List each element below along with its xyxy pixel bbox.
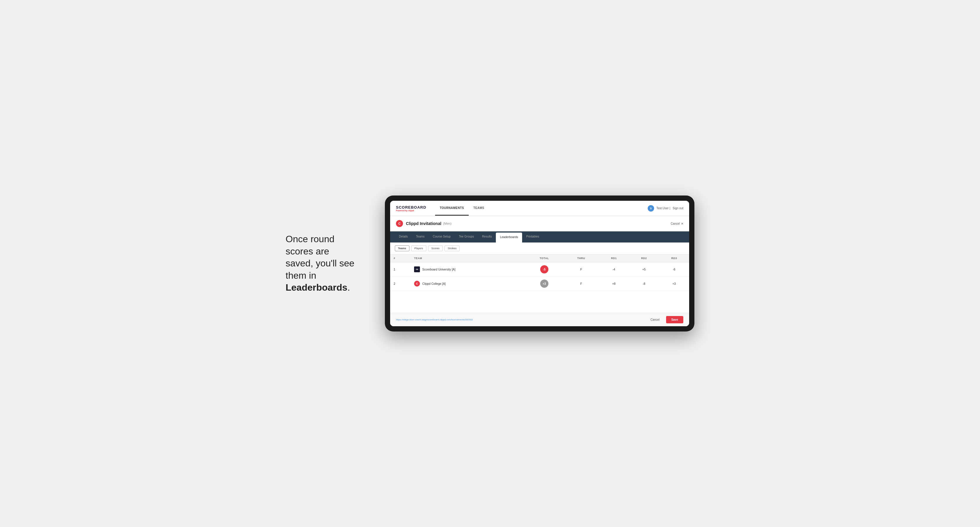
row2-rd1: +8 (599, 277, 629, 291)
nav-teams[interactable]: TEAMS (469, 201, 489, 216)
score-badge-2: +3 (540, 279, 549, 288)
tablet-screen: SCOREBOARD Powered by clippd TOURNAMENTS… (390, 201, 689, 326)
row1-thru: F (563, 262, 599, 277)
desc-line2: scores are (286, 246, 329, 257)
table-header-row: # TEAM TOTAL THRU RD1 RD2 RD3 (390, 254, 689, 262)
filter-bar: Teams Players Scores Strokes (390, 243, 689, 254)
row2-thru: F (563, 277, 599, 291)
cancel-header-button[interactable]: Cancel ✕ (671, 222, 683, 225)
page-container: Once round scores are saved, you'll see … (286, 195, 694, 332)
tab-results[interactable]: Results (478, 232, 496, 243)
team-name-1: Scoreboard University [A] (422, 268, 455, 271)
filter-scores[interactable]: Scores (428, 245, 443, 251)
col-total: TOTAL (525, 254, 563, 262)
nav-tournaments[interactable]: TOURNAMENTS (435, 201, 469, 216)
footer: https://stage-blue-coach.stagescoreboard… (390, 313, 689, 326)
tab-teams[interactable]: Teams (412, 232, 429, 243)
tournament-header: C Clippd Invitational (Men) Cancel ✕ (390, 216, 689, 232)
row1-rd2: +5 (629, 262, 659, 277)
team-logo-c: C (414, 281, 420, 287)
save-button[interactable]: Save (666, 316, 683, 323)
tab-printables[interactable]: Printables (522, 232, 543, 243)
col-rank: # (390, 254, 410, 262)
logo-area: SCOREBOARD Powered by clippd (396, 205, 426, 211)
team-cell-2: C Clippd College [A] (414, 281, 522, 287)
content-area: # TEAM TOTAL THRU RD1 RD2 RD3 1 (390, 254, 689, 313)
filter-teams[interactable]: Teams (395, 245, 409, 251)
tab-course-setup[interactable]: Course Setup (429, 232, 455, 243)
tournament-icon: C (396, 220, 403, 227)
tab-tee-groups[interactable]: Tee Groups (455, 232, 478, 243)
left-description: Once round scores are saved, you'll see … (286, 233, 368, 294)
desc-line1: Once round (286, 234, 334, 244)
col-team: TEAM (410, 254, 525, 262)
user-avatar: S (648, 205, 654, 211)
logo-text: SCOREBOARD (396, 205, 426, 210)
desc-line3: saved, you'll see (286, 258, 355, 268)
powered-by: Powered by clippd (396, 210, 426, 211)
filter-players[interactable]: Players (411, 245, 426, 251)
row1-team: SB Scoreboard University [A] (410, 262, 525, 277)
sign-out-link[interactable]: Sign out (673, 206, 683, 210)
row2-rank: 2 (390, 277, 410, 291)
cancel-button[interactable]: Cancel (647, 316, 663, 323)
row2-total: +3 (525, 277, 563, 291)
tournament-name: Clippd Invitational (406, 221, 441, 226)
close-icon: ✕ (681, 222, 683, 225)
desc-highlight: Leaderboards (286, 282, 347, 293)
row1-rd1: -4 (599, 262, 629, 277)
tab-details[interactable]: Details (395, 232, 412, 243)
col-rd3: RD3 (659, 254, 689, 262)
team-cell-1: SB Scoreboard University [A] (414, 267, 522, 272)
row1-rank: 1 (390, 262, 410, 277)
row1-rd3: -6 (659, 262, 689, 277)
tab-navigation: Details Teams Course Setup Tee Groups Re… (390, 232, 689, 243)
col-rd1: RD1 (599, 254, 629, 262)
top-navigation: SCOREBOARD Powered by clippd TOURNAMENTS… (390, 201, 689, 216)
nav-right: S Test User | Sign out (648, 205, 683, 211)
row1-total: -5 (525, 262, 563, 277)
footer-url: https://stage-blue-coach.stagescoreboard… (396, 318, 473, 321)
leaderboard-table: # TEAM TOTAL THRU RD1 RD2 RD3 1 (390, 254, 689, 291)
tablet-device: SCOREBOARD Powered by clippd TOURNAMENTS… (385, 195, 694, 332)
row2-team: C Clippd College [A] (410, 277, 525, 291)
row2-rd3: +3 (659, 277, 689, 291)
desc-period: . (347, 282, 350, 293)
desc-line4: them in (286, 270, 316, 281)
team-logo-sb: SB (414, 267, 420, 272)
tournament-sub: (Men) (443, 222, 452, 225)
table-row: 1 SB Scoreboard University [A] -5 F (390, 262, 689, 277)
score-badge-1: -5 (540, 265, 549, 273)
user-name: Test User | (657, 206, 670, 210)
col-thru: THRU (563, 254, 599, 262)
filter-strokes[interactable]: Strokes (444, 245, 460, 251)
col-rd2: RD2 (629, 254, 659, 262)
table-row: 2 C Clippd College [A] +3 F (390, 277, 689, 291)
tab-leaderboards[interactable]: Leaderboards (496, 233, 522, 243)
team-name-2: Clippd College [A] (422, 282, 445, 286)
row2-rd2: -8 (629, 277, 659, 291)
nav-links: TOURNAMENTS TEAMS (435, 201, 489, 216)
